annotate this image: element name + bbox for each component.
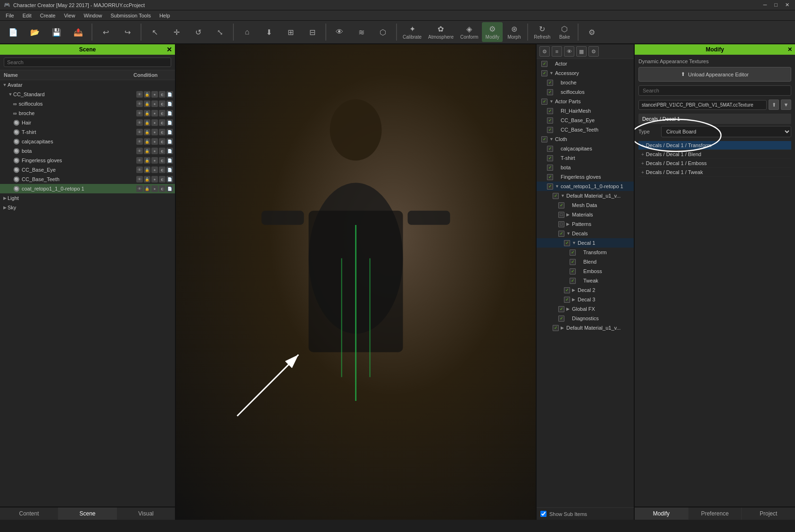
rtree-scifloculos[interactable]: ✓ scifloculos [537,87,634,97]
scale-btn[interactable]: ⤡ [209,22,230,42]
rtree-cc-teeth[interactable]: ✓ CC_Base_Teeth [537,125,634,134]
cond2[interactable]: 🔒 [144,100,150,107]
bo-cond3[interactable]: ● [151,148,158,154]
tab-scene[interactable]: Scene [58,507,117,520]
modify-tree-emboss[interactable]: + Decals / Decal 1 / Emboss [638,159,791,168]
view3-btn[interactable]: ≋ [351,22,372,42]
tree-item-fingerless[interactable]: 🔘 Fingerless gloves 👁 🔒 ● ◐ 📄 [0,156,175,165]
rtree-cc-eye[interactable]: ✓ CC_Base_Eye [537,116,634,125]
menu-file[interactable]: File [2,12,18,19]
tab-content[interactable]: Content [0,507,58,520]
actor-parts-check[interactable]: ✓ [541,99,547,105]
rtree-bota[interactable]: ✓ bota [537,163,634,172]
zoom-btn[interactable]: ⊞ [280,22,301,42]
tree-item-scifloculos[interactable]: ∞ scifloculos 👁 🔒 ● ◐ 📄 [0,99,175,108]
home-btn[interactable]: ⌂ [237,22,257,42]
rtree-global-fx[interactable]: ✓ ▶ Global FX [537,304,634,314]
cond-shadow[interactable]: ◐ [159,91,166,98]
cond4[interactable]: ◐ [159,100,166,107]
ts-cond3[interactable]: ● [151,129,158,135]
cond3[interactable]: ● [151,100,158,107]
menu-view[interactable]: View [60,12,79,19]
modify-tab-project[interactable]: Project [742,507,795,520]
open-btn[interactable]: 📂 [25,22,45,42]
maximize-btn[interactable]: □ [772,2,779,8]
calibrate-btn[interactable]: ✦ Calibrate [400,22,424,42]
tree-toolbar-btn5[interactable]: ⚙ [588,46,599,57]
rtree-emboss[interactable]: ✓ Emboss [537,266,634,276]
modify-tree-tweak[interactable]: + Decals / Decal 1 / Tweak [638,168,791,177]
fi-cond4[interactable]: ◐ [159,157,166,164]
bo-cond1[interactable]: 👁 [136,148,143,154]
rtree-accessory[interactable]: ✓ ▼ Accessory [537,68,634,78]
fingerless-r-check[interactable]: ✓ [547,174,553,180]
menu-edit[interactable]: Edit [19,12,35,19]
rtree-fingerless[interactable]: ✓ Fingerless gloves [537,172,634,182]
decals-check[interactable]: ✓ [558,231,564,237]
menu-window[interactable]: Window [80,12,106,19]
cond5[interactable]: 📄 [166,100,173,107]
co-cond2[interactable]: 🔒 [144,185,150,192]
meshdata-check[interactable]: ✓ [558,202,564,208]
modify-tree-transform[interactable]: + Decals / Decal 1 / Transform [638,141,791,150]
materials-check[interactable]: □ [558,212,564,218]
defmat2-check[interactable]: ✓ [553,325,559,331]
ca-cond1[interactable]: 👁 [136,138,143,145]
modify-tree-blend[interactable]: + Decals / Decal 1 / Blend [638,150,791,159]
modify-tab-modify[interactable]: Modify [635,507,688,520]
rtree-coat[interactable]: ✓ ▼ coat_retopo1_1_0-retopo 1 [537,182,634,191]
b-cond4[interactable]: ◐ [159,110,166,116]
tab-visual[interactable]: Visual [117,507,175,520]
transform-check[interactable]: ✓ [570,249,576,256]
h-cond4[interactable]: ◐ [159,119,166,126]
viewport[interactable] [176,44,536,520]
fi-cond1[interactable]: 👁 [136,157,143,164]
ct-cond1[interactable]: 👁 [136,176,143,183]
b-cond5[interactable]: 📄 [166,110,173,116]
co-cond5[interactable]: 📄 [166,185,173,192]
rtree-ri-hairmesh[interactable]: ✓ RI_HairMesh [537,106,634,116]
tree-item-bota[interactable]: 🔘 bota 👁 🔒 ● ◐ 📄 [0,146,175,156]
decal1-check[interactable]: ✓ [564,240,570,246]
tree-item-coat[interactable]: 🔘 coat_retopo1_1_0-retopo 1 👁 🔒 ● ◐ 📄 [0,184,175,193]
tree-item-broche[interactable]: ∞ broche 👁 🔒 ● ◐ 📄 [0,108,175,118]
window-controls[interactable]: ─ □ ✕ [762,2,791,8]
rtree-tshirt[interactable]: ✓ T-shirt [537,153,634,163]
defmat-check[interactable]: ✓ [553,193,559,199]
rtree-decal2[interactable]: ✓ ▶ Decal 2 [537,285,634,295]
tree-item-hair[interactable]: 🔘 Hair 👁 🔒 ● ◐ 📄 [0,118,175,127]
tree-item-sky[interactable]: ▶ Sky [0,203,175,212]
co-cond3[interactable]: ● [151,185,158,192]
rtree-actor-parts[interactable]: ✓ ▼ Actor Parts [537,97,634,106]
modify-panel-close[interactable]: ✕ [787,46,792,53]
fi-cond3[interactable]: ● [151,157,158,164]
cloth-check[interactable]: ✓ [541,136,547,142]
co-cond1[interactable]: 👁 [136,185,143,192]
export-btn[interactable]: 📤 [68,22,89,42]
move-btn[interactable]: ✛ [166,22,187,42]
select-btn[interactable]: ↖ [144,22,165,42]
ca-cond5[interactable]: 📄 [166,138,173,145]
rtree-cloth[interactable]: ✓ ▼ Cloth [537,134,634,144]
ce-cond2[interactable]: 🔒 [144,166,150,173]
blend-check[interactable]: ✓ [570,259,576,265]
rtree-patterns[interactable]: □ ▶ Patterns [537,219,634,229]
decal2-check[interactable]: ✓ [564,287,570,293]
tree-item-avatar[interactable]: ▼ Avatar [0,80,175,90]
refresh-btn[interactable]: ↻ Refresh [531,22,553,42]
diagnostics-check[interactable]: ✓ [558,316,564,322]
show-subitems-checkbox[interactable] [540,511,547,517]
ct-cond3[interactable]: ● [151,176,158,183]
ct-cond5[interactable]: 📄 [166,176,173,183]
ts-cond4[interactable]: ◐ [159,129,166,135]
texture-dropdown-btn[interactable]: ▼ [781,100,791,110]
morph-btn[interactable]: ⊛ Morph [504,22,524,42]
b-cond2[interactable]: 🔒 [144,110,150,116]
bo-cond4[interactable]: ◐ [159,148,166,154]
tree-toolbar-btn2[interactable]: ≡ [552,46,562,57]
tree-item-light[interactable]: ▶ Light [0,193,175,203]
bota-r-check[interactable]: ✓ [547,165,553,171]
eye-btn[interactable]: 👁 [329,22,350,42]
broche-r-check[interactable]: ✓ [547,80,553,86]
accessory-check[interactable]: ✓ [541,70,547,76]
